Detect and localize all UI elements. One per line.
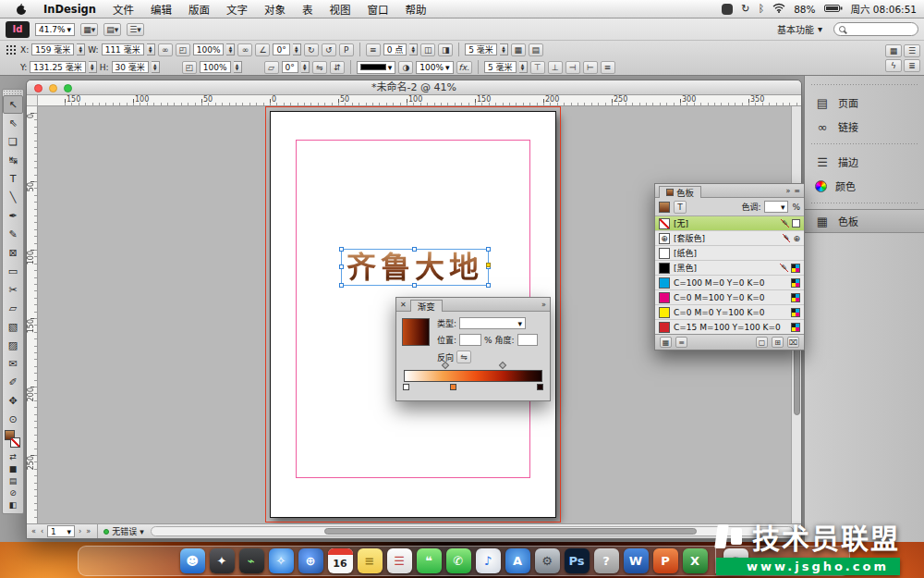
view-options-button[interactable]: [80, 23, 98, 36]
screen-mode-button[interactable]: [103, 23, 121, 36]
scissors-tool[interactable]: ✂: [3, 280, 23, 299]
reference-point-selector[interactable]: [6, 44, 16, 55]
gradient-thumbnail[interactable]: [402, 318, 430, 346]
constrain-scale-link-icon[interactable]: [237, 43, 252, 56]
flip-vertical-button[interactable]: [330, 61, 345, 74]
zoom-button[interactable]: [64, 84, 72, 92]
scale-y-stepper[interactable]: [234, 61, 242, 73]
tint-field[interactable]: [764, 201, 788, 213]
close-button[interactable]: [34, 84, 43, 92]
scale-y-field[interactable]: 100%: [200, 61, 231, 73]
wrap-none-button[interactable]: [420, 43, 435, 56]
x-field[interactable]: 159 毫米: [31, 43, 74, 55]
window-titlebar[interactable]: *未命名-2 @ 41%: [27, 80, 801, 95]
menu-item-6[interactable]: 视图: [322, 0, 359, 18]
direct-selection-tool[interactable]: ⇖: [3, 114, 23, 132]
excel-icon[interactable]: X: [683, 548, 708, 573]
h-field[interactable]: 30 毫米: [112, 61, 149, 73]
horizontal-ruler[interactable]: 15010050050100150200250300350: [38, 95, 801, 106]
menu-item-3[interactable]: 文字: [218, 0, 256, 18]
reminders-icon[interactable]: ☰: [387, 548, 412, 573]
wrap-offset-bottom-stepper[interactable]: [519, 61, 528, 73]
show-color-swatches-button[interactable]: ≡: [675, 337, 687, 348]
finder-icon[interactable]: ☻: [180, 548, 205, 573]
list-menu-icon[interactable]: [904, 59, 920, 72]
gradient-ramp[interactable]: [404, 370, 542, 382]
align-right-button[interactable]: [583, 61, 598, 74]
selection-handle[interactable]: [486, 247, 491, 252]
rectangle-frame-tool[interactable]: ⊠: [3, 243, 23, 262]
shear-stepper[interactable]: [301, 61, 310, 73]
zoom-tool[interactable]: ⊙: [3, 410, 23, 428]
first-page-button[interactable]: «: [30, 527, 37, 535]
distribute-button[interactable]: [601, 61, 615, 74]
gradient-tab[interactable]: 渐变: [410, 300, 443, 312]
hand-tool[interactable]: ✥: [3, 391, 23, 410]
panel-button-swatches[interactable]: ▦色板: [805, 209, 924, 233]
ruler-origin-corner[interactable]: [27, 95, 38, 106]
w-field[interactable]: 111 毫米: [102, 43, 144, 55]
next-page-button[interactable]: ›: [78, 527, 82, 535]
stroke-swatch-control[interactable]: [10, 437, 20, 448]
quick-apply-icon[interactable]: [885, 59, 902, 72]
gradient-stop[interactable]: [403, 384, 409, 390]
swatch-row[interactable]: C=15 M=100 Y=100 K=0: [655, 320, 804, 334]
h-stepper[interactable]: [152, 61, 160, 73]
menu-item-2[interactable]: 版面: [180, 0, 218, 18]
align-top-button[interactable]: [530, 61, 545, 74]
menu-clock[interactable]: 周六 08:06:51: [851, 2, 918, 16]
angle-field[interactable]: [517, 334, 538, 346]
fill-proxy-swatch[interactable]: [659, 202, 670, 213]
chevron-down-icon[interactable]: [140, 527, 144, 536]
frame-grid-button[interactable]: [529, 43, 543, 56]
collapse-icon[interactable]: »: [785, 187, 790, 195]
rotate-ccw-button[interactable]: [322, 43, 336, 56]
selection-handle[interactable]: [412, 283, 417, 288]
menu-item-4[interactable]: 对象: [256, 0, 294, 18]
x-stepper[interactable]: [77, 43, 85, 55]
close-icon[interactable]: ✕: [400, 301, 407, 309]
menu-item-5[interactable]: 表: [294, 0, 322, 18]
selection-handle[interactable]: [339, 247, 344, 252]
y-stepper[interactable]: [89, 61, 97, 73]
menu-item-8[interactable]: 帮助: [397, 0, 435, 18]
scale-x-stepper[interactable]: [226, 43, 235, 55]
menu-item-1[interactable]: 编辑: [142, 0, 180, 18]
reverse-gradient-button[interactable]: [456, 350, 471, 363]
gradient-midpoint[interactable]: [499, 362, 506, 369]
swatch-row[interactable]: C=0 M=0 Y=100 K=0: [655, 305, 804, 320]
photoshop-icon[interactable]: Ps: [565, 548, 590, 573]
pencil-tool[interactable]: ✎: [3, 225, 23, 243]
selection-tool[interactable]: ↖: [3, 95, 23, 114]
stickies-icon[interactable]: ≡: [358, 548, 383, 573]
wrap-bounding-button[interactable]: [438, 43, 453, 56]
text-frame[interactable]: 齐鲁大地: [341, 249, 489, 286]
rotation-field[interactable]: 0°: [273, 43, 289, 55]
collapse-icon[interactable]: »: [541, 301, 546, 309]
text-fill-button[interactable]: T: [674, 201, 687, 214]
calendar-icon[interactable]: 16: [328, 548, 353, 573]
messages-icon[interactable]: ❝: [417, 548, 442, 573]
page-tool[interactable]: ❏: [3, 132, 23, 151]
swatch-row[interactable]: C=100 M=0 Y=0 K=0: [655, 276, 804, 290]
apply-color-button[interactable]: ■: [3, 462, 23, 474]
gradient-panel-titlebar[interactable]: ✕ 渐变 »: [396, 298, 550, 312]
status-extra-icon[interactable]: [722, 4, 733, 15]
new-swatch-button[interactable]: ⊞: [772, 337, 784, 348]
panel-menu-icon[interactable]: ≡: [794, 187, 800, 195]
corner-options-handle[interactable]: [486, 263, 491, 267]
swatch-row[interactable]: C=0 M=100 Y=0 K=0: [655, 290, 804, 305]
w-stepper[interactable]: [147, 43, 155, 55]
type-tool[interactable]: T: [3, 169, 23, 188]
bluetooth-icon[interactable]: ᛒ: [759, 3, 765, 15]
safari-icon[interactable]: ✧: [269, 548, 294, 573]
menu-item-0[interactable]: 文件: [104, 0, 142, 18]
launchpad-icon[interactable]: ✦: [210, 548, 235, 573]
swatch-row[interactable]: [纸色]: [655, 246, 804, 261]
gradient-swatch-tool[interactable]: ▧: [3, 317, 23, 336]
delete-swatch-button[interactable]: ⌧: [787, 337, 799, 348]
battery-icon[interactable]: [824, 4, 843, 15]
swatches-tab[interactable]: 色板: [659, 186, 701, 198]
grid-options-button[interactable]: [511, 43, 526, 56]
grid-view-button[interactable]: [885, 44, 902, 57]
